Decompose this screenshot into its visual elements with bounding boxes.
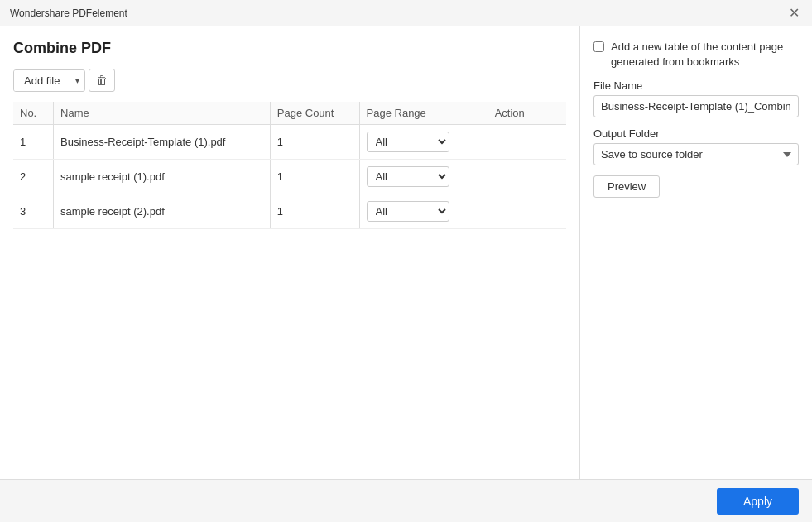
- add-file-dropdown-arrow[interactable]: ▾: [70, 72, 84, 89]
- page-range-select[interactable]: AllCustom: [367, 166, 449, 187]
- output-folder-select[interactable]: Save to source folderChoose folder...: [593, 143, 799, 165]
- cell-action: [488, 194, 566, 229]
- bookmark-checkbox[interactable]: [593, 41, 604, 52]
- main-content: Combine PDF Add file ▾ 🗑 No. Name Page C…: [0, 26, 812, 479]
- table-row: 1Business-Receipt-Template (1).pdf1AllCu…: [13, 125, 566, 160]
- bookmark-checkbox-label: Add a new table of the content page gene…: [611, 40, 799, 69]
- toolbar: Add file ▾ 🗑: [13, 69, 566, 92]
- table-row: 3sample receipt (2).pdf1AllCustom: [13, 194, 566, 229]
- cell-name: Business-Receipt-Template (1).pdf: [54, 125, 270, 160]
- page-range-select[interactable]: AllCustom: [367, 201, 449, 222]
- output-folder-field: Output Folder Save to source folderChoos…: [593, 127, 799, 165]
- cell-page-count: 1: [270, 125, 358, 160]
- right-panel: Add a new table of the content page gene…: [580, 26, 812, 479]
- preview-button[interactable]: Preview: [593, 175, 660, 198]
- table-header-row: No. Name Page Count Page Range Action: [13, 102, 566, 125]
- file-name-field: File Name: [593, 79, 799, 117]
- left-panel: Combine PDF Add file ▾ 🗑 No. Name Page C…: [0, 26, 580, 479]
- delete-button[interactable]: 🗑: [89, 69, 115, 92]
- bottom-bar: Apply: [0, 479, 812, 522]
- close-button[interactable]: ✕: [786, 5, 802, 22]
- trash-icon: 🗑: [96, 74, 108, 87]
- col-header-page-range: Page Range: [359, 102, 487, 125]
- bookmark-checkbox-row: Add a new table of the content page gene…: [593, 40, 799, 69]
- cell-page-range[interactable]: AllCustom: [359, 194, 487, 229]
- cell-action: [488, 160, 566, 194]
- cell-no: 1: [13, 125, 52, 160]
- cell-no: 2: [13, 160, 52, 194]
- file-name-label: File Name: [593, 79, 799, 92]
- cell-page-range[interactable]: AllCustom: [359, 160, 487, 194]
- title-bar: Wondershare PDFelement ✕: [0, 0, 812, 26]
- panel-title: Combine PDF: [13, 40, 566, 57]
- col-header-page-count: Page Count: [270, 102, 358, 125]
- file-name-input[interactable]: [593, 95, 799, 117]
- col-header-action: Action: [488, 102, 566, 125]
- cell-page-count: 1: [270, 194, 358, 229]
- output-folder-label: Output Folder: [593, 127, 799, 140]
- add-file-button-group[interactable]: Add file ▾: [13, 69, 85, 92]
- file-table: No. Name Page Count Page Range Action 1B…: [13, 102, 566, 229]
- page-range-select[interactable]: AllCustom: [367, 132, 449, 152]
- cell-action: [488, 125, 566, 160]
- apply-button[interactable]: Apply: [717, 488, 799, 515]
- col-header-no: No.: [13, 102, 52, 125]
- cell-page-range[interactable]: AllCustom: [359, 125, 487, 160]
- col-header-name: Name: [54, 102, 270, 125]
- cell-name: sample receipt (1).pdf: [54, 160, 270, 194]
- table-row: 2sample receipt (1).pdf1AllCustom: [13, 160, 566, 194]
- cell-name: sample receipt (2).pdf: [54, 194, 270, 229]
- add-file-button[interactable]: Add file: [14, 70, 70, 91]
- app-title: Wondershare PDFelement: [10, 7, 127, 19]
- cell-no: 3: [13, 194, 52, 229]
- cell-page-count: 1: [270, 160, 358, 194]
